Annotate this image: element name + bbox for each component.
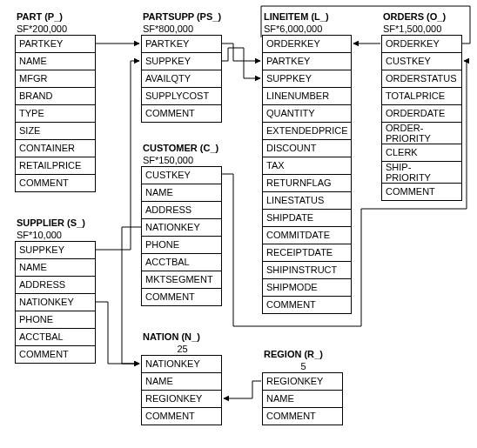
table-part: PART (P_) SF*200,000 PARTKEY NAME MFGR B…: [15, 10, 96, 192]
col: ORDERKEY: [382, 36, 461, 53]
col: NAME: [263, 391, 342, 408]
table-partsupp: PARTSUPP (PS_) SF*800,000 PARTKEY SUPPKE…: [141, 10, 222, 123]
col: SUPPKEY: [263, 70, 351, 88]
col: NATIONKEY: [16, 294, 95, 311]
col: RECEIPTDATE: [263, 244, 351, 262]
table-rows: ORDERKEY PARTKEY SUPPKEY LINENUMBER QUAN…: [262, 35, 352, 314]
table-subtitle: SF*800,000: [141, 23, 222, 35]
col: SHIPDATE: [263, 210, 351, 227]
table-title: NATION (N_): [141, 331, 200, 342]
col: PARTKEY: [263, 53, 351, 70]
col: COMMENT: [263, 297, 351, 313]
table-lineitem: LINEITEM (L_) SF*6,000,000 ORDERKEY PART…: [262, 10, 352, 314]
col: ACCTBAL: [142, 254, 221, 271]
table-subtitle: SF*10,000: [15, 229, 96, 241]
table-subtitle: 5: [299, 361, 306, 371]
col: PARTKEY: [16, 36, 95, 53]
table-title: REGION (R_): [262, 349, 323, 359]
table-subtitle: SF*200,000: [15, 23, 96, 35]
col: RETURNFLAG: [263, 175, 351, 192]
table-rows: CUSTKEY NAME ADDRESS NATIONKEY PHONE ACC…: [141, 166, 222, 306]
col: ORDER-PRIORITY: [382, 123, 461, 144]
col: MFGR: [16, 70, 95, 88]
col: NATIONKEY: [142, 219, 221, 237]
col: SIZE: [16, 123, 95, 140]
col: COMMITDATE: [263, 227, 351, 244]
table-title: PART (P_): [15, 10, 96, 23]
col: RETAILPRICE: [16, 157, 95, 175]
col: CUSTKEY: [142, 167, 221, 184]
col: COMMENT: [142, 289, 221, 305]
col: DISCOUNT: [263, 140, 351, 157]
col: ADDRESS: [142, 202, 221, 219]
col: REGIONKEY: [142, 391, 221, 408]
col: COMMENT: [142, 105, 221, 122]
col: NAME: [16, 53, 95, 70]
col: NATIONKEY: [142, 356, 221, 373]
col: TAX: [263, 157, 351, 175]
table-rows: SUPPKEY NAME ADDRESS NATIONKEY PHONE ACC…: [15, 241, 96, 364]
col: SUPPLYCOST: [142, 88, 221, 105]
table-title: CUSTOMER (C_): [141, 142, 222, 154]
table-title: ORDERS (O_): [381, 10, 462, 23]
col: BRAND: [16, 88, 95, 105]
col: SUPPKEY: [142, 53, 221, 70]
col: SHIP-PRIORITY: [382, 162, 461, 184]
col: ORDERDATE: [382, 105, 461, 123]
col: LINESTATUS: [263, 192, 351, 210]
col: PHONE: [16, 311, 95, 329]
col: LINENUMBER: [263, 88, 351, 105]
table-supplier: SUPPLIER (S_) SF*10,000 SUPPKEY NAME ADD…: [15, 217, 96, 364]
table-title: PARTSUPP (PS_): [141, 10, 222, 23]
col: COMMENT: [382, 184, 461, 200]
table-region: REGION (R_) 5 REGIONKEY NAME COMMENT: [262, 348, 343, 425]
col: COMMENT: [142, 408, 221, 425]
col: COMMENT: [263, 408, 342, 425]
col: COMMENT: [16, 346, 95, 363]
table-customer: CUSTOMER (C_) SF*150,000 CUSTKEY NAME AD…: [141, 142, 222, 306]
col: SHIPINSTRUCT: [263, 262, 351, 279]
col: MKTSEGMENT: [142, 271, 221, 289]
col: NAME: [16, 259, 95, 277]
col: NAME: [142, 373, 221, 391]
col: ORDERKEY: [263, 36, 351, 53]
table-rows: REGIONKEY NAME COMMENT: [262, 372, 343, 425]
table-subtitle: SF*150,000: [141, 154, 222, 166]
col: COMMENT: [16, 175, 95, 191]
table-rows: NATIONKEY NAME REGIONKEY COMMENT: [141, 355, 222, 425]
col: ADDRESS: [16, 277, 95, 294]
col: CLERK: [382, 144, 461, 162]
table-title: SUPPLIER (S_): [15, 217, 96, 229]
col: NAME: [142, 184, 221, 202]
schema-diagram: PART (P_) SF*200,000 PARTKEY NAME MFGR B…: [0, 0, 477, 448]
col: SHIPMODE: [263, 279, 351, 297]
table-title: LINEITEM (L_): [262, 10, 352, 23]
col: CUSTKEY: [382, 53, 461, 70]
table-orders: ORDERS (O_) SF*1,500,000 ORDERKEY CUSTKE…: [381, 10, 462, 201]
table-rows: PARTKEY NAME MFGR BRAND TYPE SIZE CONTAI…: [15, 35, 96, 192]
table-rows: ORDERKEY CUSTKEY ORDERSTATUS TOTALPRICE …: [381, 35, 462, 201]
col: TOTALPRICE: [382, 88, 461, 105]
col: AVAILQTY: [142, 70, 221, 88]
table-subtitle: SF*6,000,000: [262, 23, 352, 35]
col: EXTENDEDPRICE: [263, 123, 351, 140]
table-nation: NATION (N_) 25 NATIONKEY NAME REGIONKEY …: [141, 331, 222, 425]
table-subtitle: SF*1,500,000: [381, 23, 462, 35]
col: TYPE: [16, 105, 95, 123]
col: ORDERSTATUS: [382, 70, 461, 88]
col: REGIONKEY: [263, 373, 342, 391]
col: PARTKEY: [142, 36, 221, 53]
col: QUANTITY: [263, 105, 351, 123]
col: PHONE: [142, 237, 221, 254]
table-rows: PARTKEY SUPPKEY AVAILQTY SUPPLYCOST COMM…: [141, 35, 222, 123]
table-subtitle: 25: [175, 344, 187, 354]
col: SUPPKEY: [16, 242, 95, 259]
col: CONTAINER: [16, 140, 95, 157]
col: ACCTBAL: [16, 329, 95, 346]
